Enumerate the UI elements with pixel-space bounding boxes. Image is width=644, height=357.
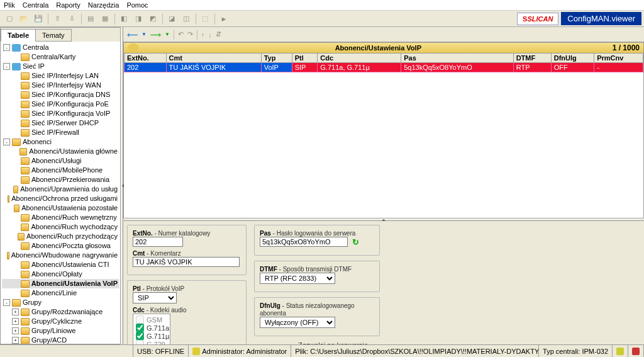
- expand-icon[interactable]: -: [3, 44, 10, 51]
- tree-item[interactable]: Sieć IP/Serwer DHCP: [2, 118, 119, 128]
- nav-forward-icon[interactable]: ⟶: [150, 30, 161, 39]
- tab-tematy[interactable]: Tematy: [35, 29, 71, 42]
- cell[interactable]: G.711a, G.711µ: [318, 63, 401, 72]
- table-row[interactable]: 202TU JAKIŚ VOJPIKVoIPSIPG.711a, G.711µ5…: [125, 63, 643, 72]
- tree-item[interactable]: Centrala/Karty: [2, 52, 119, 62]
- cell[interactable]: TU JAKIŚ VOJPIK: [166, 63, 261, 72]
- tool-misc4-icon[interactable]: ◪: [165, 13, 179, 25]
- column-header[interactable]: DTMF: [513, 54, 551, 63]
- tree-item[interactable]: Sieć IP/Konfiguracja PoE: [2, 99, 119, 109]
- cell[interactable]: -: [594, 63, 643, 72]
- tool-download-icon[interactable]: ⇩: [65, 13, 79, 25]
- tree-item[interactable]: Abonenci/Ustawienia główne: [2, 147, 119, 156]
- cell[interactable]: 5q13kQq5xO8YoYmO: [401, 63, 513, 72]
- tree-item[interactable]: Abonenci/Ochrona przed usługami: [2, 194, 119, 203]
- regenerate-password-icon[interactable]: [352, 237, 362, 247]
- extno-field[interactable]: [133, 237, 183, 247]
- tree-item[interactable]: -Sieć IP: [2, 62, 119, 71]
- cell[interactable]: OFF: [551, 63, 594, 72]
- tool-misc1-icon[interactable]: ◧: [117, 13, 131, 25]
- tool-misc2-icon[interactable]: ◨: [131, 13, 145, 25]
- tree-item[interactable]: Abonenci/Wbudowane nagrywanie: [2, 251, 119, 260]
- tree-item[interactable]: Abonenci/Ruch przychodzący: [2, 232, 119, 241]
- cmt-field[interactable]: [133, 257, 240, 267]
- tree-item[interactable]: -Centrala: [2, 43, 119, 52]
- cell[interactable]: VoIP: [261, 63, 292, 72]
- column-header[interactable]: Pas: [401, 54, 513, 63]
- menu-raporty[interactable]: Raporty: [56, 1, 80, 9]
- tab-tabele[interactable]: Tabele: [1, 29, 36, 42]
- column-header[interactable]: DfnUlg: [551, 54, 594, 63]
- menu-plik[interactable]: Plik: [4, 1, 15, 9]
- tree-item[interactable]: +Grupy/ACD: [2, 336, 119, 344]
- expand-icon[interactable]: -: [3, 63, 10, 70]
- nav-redo-icon[interactable]: ↷: [187, 30, 193, 38]
- tree-item[interactable]: Sieć IP/Firewall: [2, 128, 119, 137]
- tree-item[interactable]: Abonenci/Ruch wychodzący: [2, 222, 119, 232]
- dtmf-select[interactable]: RTP (RFC 2833): [260, 273, 335, 284]
- tree-item[interactable]: Abonenci/MobilePhone: [2, 166, 119, 175]
- tree-item[interactable]: Abonenci/Ustawienia VoIP: [2, 279, 119, 288]
- nav-up-icon[interactable]: ↑: [201, 31, 205, 38]
- tree-item[interactable]: Sieć IP/Interfejsy LAN: [2, 71, 119, 81]
- menu-narzedzia[interactable]: Narzędzia: [88, 1, 119, 9]
- tool-save-icon[interactable]: 💾: [31, 13, 45, 25]
- tree-item[interactable]: +Grupy/Liniowe: [2, 326, 119, 336]
- dfnulg-select[interactable]: Wyłączony (OFF): [260, 317, 335, 328]
- tree-item[interactable]: Abonenci/Ruch wewnętrzny: [2, 213, 119, 222]
- tool-config2-icon[interactable]: ▦: [98, 13, 112, 25]
- cdc-checkbox[interactable]: [136, 324, 144, 332]
- expand-icon[interactable]: -: [3, 139, 10, 145]
- tree-item[interactable]: Abonenci/Uprawnienia do usług: [2, 184, 119, 194]
- tree-item[interactable]: Abonenci/Ustawienia pozostałe: [2, 203, 119, 213]
- datagrid[interactable]: ExtNo.CmtTypPtlCdcPasDTMFDfnUlgPrmCnv 20…: [124, 53, 643, 72]
- tree-item[interactable]: Abonenci/Ustawienia CTI: [2, 260, 119, 269]
- tool-new-icon[interactable]: ▢: [3, 13, 16, 25]
- expand-icon[interactable]: +: [12, 309, 19, 315]
- tool-misc6-icon[interactable]: ⬚: [198, 13, 212, 25]
- tree-item[interactable]: Sieć IP/Konfiguracja VoIP: [2, 109, 119, 118]
- tree-item[interactable]: Abonenci/Linie: [2, 288, 119, 298]
- tool-play-icon[interactable]: ►: [217, 13, 231, 25]
- tool-config1-icon[interactable]: ▤: [84, 13, 97, 25]
- tree-item[interactable]: Sieć IP/Interfejsy WAN: [2, 81, 119, 90]
- menu-pomoc[interactable]: Pomoc: [126, 1, 148, 9]
- menu-centrala[interactable]: Centrala: [23, 1, 49, 9]
- nav-undo-icon[interactable]: ↶: [178, 30, 184, 38]
- expand-icon[interactable]: +: [12, 318, 19, 325]
- pas-field[interactable]: [260, 237, 348, 247]
- tree-item[interactable]: +Grupy/Cykliczne: [2, 317, 119, 326]
- tree-item[interactable]: Abonenci/Opłaty: [2, 269, 119, 279]
- tree-item[interactable]: -Grupy: [2, 298, 119, 307]
- tool-misc5-icon[interactable]: ◫: [179, 13, 193, 25]
- cell[interactable]: 202: [125, 63, 167, 72]
- column-header[interactable]: Ptl: [292, 54, 318, 63]
- tree-item[interactable]: Abonenci/Usługi: [2, 156, 119, 166]
- tree-item[interactable]: Abonenci/Poczta głosowa: [2, 241, 119, 251]
- nav-back-icon[interactable]: ⟵: [127, 30, 138, 39]
- tree-view[interactable]: -CentralaCentrala/Karty-Sieć IPSieć IP/I…: [1, 42, 120, 344]
- expand-icon[interactable]: -: [3, 299, 10, 306]
- tool-misc3-icon[interactable]: ◩: [146, 13, 160, 25]
- horizontal-splitter[interactable]: [123, 218, 644, 221]
- column-header[interactable]: Cmt: [166, 54, 261, 63]
- cdc-checkbox[interactable]: [136, 332, 144, 340]
- tree-item[interactable]: Abonenci/Przekierowania: [2, 175, 119, 184]
- column-header[interactable]: ExtNo.: [125, 54, 167, 63]
- tree-item[interactable]: Sieć IP/Konfiguracja DNS: [2, 90, 119, 99]
- tree-item[interactable]: -Abonenci: [2, 137, 119, 147]
- nav-sort-icon[interactable]: ⇵: [216, 30, 221, 38]
- column-header[interactable]: Cdc: [318, 54, 401, 63]
- expand-icon[interactable]: +: [12, 337, 19, 344]
- tool-upload-icon[interactable]: ⇧: [50, 13, 64, 25]
- cell[interactable]: RTP: [513, 63, 551, 72]
- nav-down-icon[interactable]: ↓: [208, 31, 212, 38]
- column-header[interactable]: Typ: [261, 54, 292, 63]
- column-header[interactable]: PrmCnv: [594, 54, 643, 63]
- cell[interactable]: SIP: [292, 63, 318, 72]
- tree-item[interactable]: +Grupy/Rozdzwaniające: [2, 307, 119, 317]
- tool-open-icon[interactable]: 📂: [17, 13, 31, 25]
- vertical-splitter[interactable]: [121, 27, 123, 344]
- ptl-select[interactable]: SIP: [133, 292, 177, 303]
- expand-icon[interactable]: +: [12, 327, 19, 334]
